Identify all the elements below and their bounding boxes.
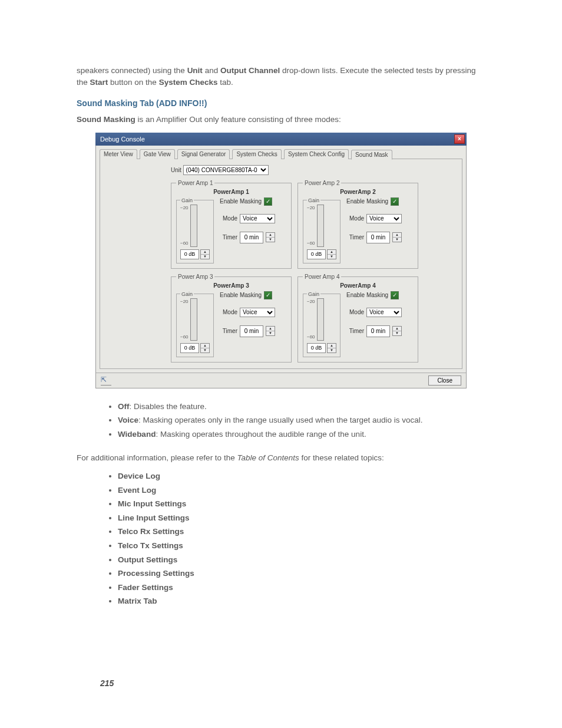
gain-value[interactable] (180, 249, 199, 259)
amp-title: PowerAmp 4 (303, 282, 413, 289)
debug-console-screenshot: Debug Console × Meter ViewGate ViewSigna… (95, 133, 467, 388)
amp-title: PowerAmp 2 (303, 189, 413, 195)
close-button[interactable]: Close (428, 375, 461, 386)
mode-select[interactable]: Voice (366, 308, 402, 317)
tab-system-checks[interactable]: System Checks (232, 149, 281, 159)
enable-masking-label: Enable Masking (220, 292, 262, 298)
enable-masking-toggle[interactable]: ✓ (391, 197, 399, 206)
related-topic: Event Log (118, 484, 485, 497)
amp-legend: Power Amp 1 (176, 180, 214, 186)
window-title: Debug Console (100, 136, 145, 143)
mode-item: Voice: Masking operates only in the rang… (118, 414, 485, 427)
enable-masking-label: Enable Masking (346, 198, 388, 205)
section-heading: Sound Masking Tab (ADD INFO!!) (77, 98, 485, 108)
gain-meter (317, 205, 324, 247)
power-amp-1: Power Amp 1PowerAmp 1Gain−20−60▲▼Enable … (171, 180, 292, 269)
power-amp-2: Power Amp 2PowerAmp 2Gain−20−60▲▼Enable … (297, 180, 418, 269)
related-topic: Processing Settings (118, 567, 485, 580)
related-topic: Matrix Tab (118, 595, 485, 608)
additional-info: For additional information, please refer… (77, 452, 485, 464)
related-topic: Device Log (118, 470, 485, 483)
related-topic: Line Input Settings (118, 512, 485, 525)
gain-spinner[interactable]: ▲▼ (200, 343, 210, 353)
mode-select[interactable]: Voice (240, 214, 275, 223)
gain-spinner[interactable]: ▲▼ (327, 343, 336, 353)
amp-title: PowerAmp 3 (176, 282, 286, 289)
mode-select[interactable]: Voice (366, 214, 402, 223)
gain-meter (190, 298, 197, 341)
enable-masking-label: Enable Masking (346, 292, 388, 298)
timer-value[interactable] (240, 325, 263, 337)
amp-legend: Power Amp 3 (176, 274, 214, 280)
timer-value[interactable] (366, 232, 390, 243)
enable-masking-toggle[interactable]: ✓ (264, 197, 272, 206)
enable-masking-toggle[interactable]: ✓ (391, 291, 399, 299)
intro-fragment: speakers connected) using the Unit and O… (77, 65, 485, 88)
gain-meter (317, 298, 324, 341)
timer-value[interactable] (240, 232, 263, 243)
gain-spinner[interactable]: ▲▼ (200, 249, 210, 259)
enable-masking-toggle[interactable]: ✓ (264, 291, 272, 299)
tab-system-check-config[interactable]: System Check Config (284, 149, 349, 159)
gain-value[interactable] (307, 343, 326, 353)
unit-label: Unit (171, 167, 181, 173)
timer-value[interactable] (366, 325, 390, 337)
related-topic: Mic Input Settings (118, 498, 485, 510)
related-topic: Output Settings (118, 554, 485, 566)
intro-paragraph: Sound Masking is an Amplifier Out only f… (77, 114, 485, 126)
amp-legend: Power Amp 2 (303, 180, 341, 186)
related-topic: Telco Rx Settings (118, 525, 485, 538)
power-amp-3: Power Amp 3PowerAmp 3Gain−20−60▲▼Enable … (171, 274, 292, 363)
gain-meter (190, 205, 197, 247)
amp-title: PowerAmp 1 (176, 189, 286, 195)
gain-value[interactable] (307, 249, 326, 259)
unit-select[interactable]: (040) CONVERGE880TA-0 (183, 165, 269, 175)
close-icon[interactable]: × (454, 134, 465, 144)
mode-item: Wideband: Masking operates throughout th… (118, 428, 485, 441)
pin-icon[interactable]: ⇱ (101, 375, 111, 386)
mode-item: Off: Disables the feature. (118, 400, 485, 413)
amp-legend: Power Amp 4 (303, 274, 341, 280)
related-topic: Fader Settings (118, 581, 485, 594)
mode-select[interactable]: Voice (240, 308, 275, 317)
related-topics-list: Device LogEvent LogMic Input SettingsLin… (94, 470, 485, 608)
page-number: 215 (100, 678, 485, 688)
modes-list: Off: Disables the feature.Voice: Masking… (94, 400, 485, 441)
tab-meter-view[interactable]: Meter View (100, 149, 137, 159)
enable-masking-label: Enable Masking (220, 198, 262, 205)
timer-spinner[interactable]: ▲▼ (392, 232, 402, 242)
timer-spinner[interactable]: ▲▼ (266, 232, 275, 242)
tab-signal-generator[interactable]: Signal Generator (177, 149, 230, 159)
power-amp-4: Power Amp 4PowerAmp 4Gain−20−60▲▼Enable … (297, 274, 418, 363)
gain-spinner[interactable]: ▲▼ (327, 249, 336, 259)
gain-value[interactable] (180, 343, 199, 353)
related-topic: Telco Tx Settings (118, 539, 485, 552)
timer-spinner[interactable]: ▲▼ (392, 326, 402, 336)
timer-spinner[interactable]: ▲▼ (266, 326, 275, 336)
tab-gate-view[interactable]: Gate View (140, 149, 175, 159)
tab-sound-mask[interactable]: Sound Mask (351, 150, 392, 160)
